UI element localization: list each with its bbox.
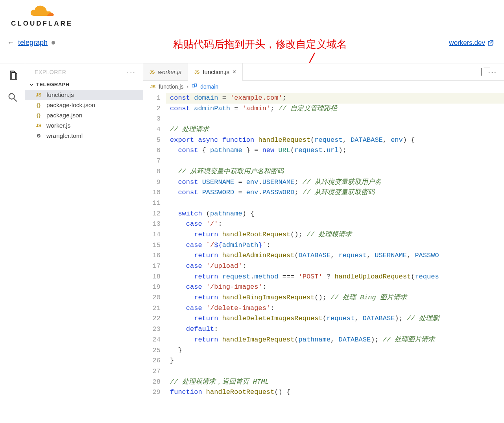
file-type-badge: JS (150, 70, 155, 74)
file-icon: ⚙ (35, 133, 42, 139)
code-line-9[interactable]: const USERNAME = env.USERNAME; // 从环境变量获… (166, 177, 504, 188)
code-line-8[interactable]: // 从环境变量中获取用户名和密码 (166, 167, 504, 177)
chevron-down-icon (29, 82, 34, 87)
code-content[interactable]: const domain = 'example.com';const admin… (166, 92, 504, 423)
split-editor-icon[interactable] (481, 69, 482, 76)
code-line-14[interactable]: return handleRootRequest(); // 处理根请求 (166, 230, 504, 240)
file-name: worker.js (46, 122, 70, 129)
code-line-13[interactable]: case '/': (166, 219, 504, 230)
file-item-function-js[interactable]: JSfunction.js (25, 90, 143, 100)
code-line-21[interactable]: case '/delete-images': (166, 303, 504, 314)
code-line-4[interactable]: // 处理请求 (166, 124, 504, 135)
breadcrumb-symbol[interactable]: domain (200, 83, 218, 90)
code-line-24[interactable]: return handleImageRequest(pathname, DATA… (166, 335, 504, 345)
file-icon: JS (35, 123, 42, 128)
activity-bar (0, 63, 25, 423)
breadcrumb-left: ← telegraph (7, 39, 55, 47)
code-line-20[interactable]: return handleBingImagesRequest(); // 处理 … (166, 293, 504, 303)
file-type-badge: JS (150, 84, 155, 89)
code-line-29[interactable]: function handleRootRequest() { (166, 387, 504, 398)
tab-label: function.js (203, 69, 229, 75)
unsaved-dot-icon (52, 41, 55, 45)
code-line-18[interactable]: return request.method === 'POST' ? handl… (166, 272, 504, 282)
sidebar: EXPLORER ··· TELEGRAPH JSfunction.js{}pa… (25, 63, 143, 423)
tab-label: worker.js (158, 69, 181, 75)
code-line-16[interactable]: return handleAdminRequest(DATABASE, requ… (166, 250, 504, 261)
code-line-2[interactable]: const adminPath = 'admin'; // 自定义管理路径 (166, 104, 504, 114)
code-line-5[interactable]: export async function handleRequest(requ… (166, 135, 504, 146)
editor-tabs: JSworker.jsJSfunction.js× ··· (143, 63, 504, 81)
editor-main: JSworker.jsJSfunction.js× ··· JS functio… (143, 63, 504, 423)
code-line-3[interactable] (166, 114, 504, 124)
file-name: wrangler.toml (46, 132, 83, 139)
cloudflare-wordmark: CLOUDFLARE (11, 20, 73, 28)
sidebar-section-header[interactable]: TELEGRAPH (25, 79, 143, 90)
code-line-6[interactable]: const { pathname } = new URL(request.url… (166, 145, 504, 156)
tab-function-js[interactable]: JSfunction.js× (188, 63, 243, 80)
project-link[interactable]: telegraph (18, 39, 48, 47)
cloudflare-header: CLOUDFLARE (0, 0, 504, 35)
tab-worker-js[interactable]: JSworker.js (143, 63, 188, 80)
file-name: function.js (46, 91, 74, 98)
editor-shell: EXPLORER ··· TELEGRAPH JSfunction.js{}pa… (0, 63, 504, 423)
line-gutter: 1234567891011121314151617181920212223242… (143, 92, 166, 423)
external-link-icon[interactable] (487, 40, 494, 46)
file-item-package-lock-json[interactable]: {}package-lock.json (25, 100, 143, 110)
symbol-icon (192, 83, 197, 90)
code-line-17[interactable]: case '/upload': (166, 261, 504, 272)
code-line-10[interactable]: const PASSWORD = env.PASSWORD; // 从环境变量获… (166, 187, 504, 198)
code-line-12[interactable]: switch (pathname) { (166, 209, 504, 219)
code-line-25[interactable]: } (166, 345, 504, 356)
file-name: package.json (46, 112, 82, 119)
code-line-11[interactable] (166, 198, 504, 209)
workers-dev-link[interactable]: workers.dev (449, 39, 485, 47)
search-icon[interactable] (7, 92, 18, 103)
file-item-package-json[interactable]: {}package.json (25, 110, 143, 121)
chevron-right-icon: › (187, 83, 189, 90)
svg-line-5 (14, 99, 17, 102)
code-line-15[interactable]: case `/${adminPath}`: (166, 240, 504, 251)
code-line-19[interactable]: case '/bing-images': (166, 282, 504, 293)
back-arrow-icon[interactable]: ← (7, 39, 14, 47)
explorer-icon[interactable] (7, 70, 18, 81)
code-line-22[interactable]: return handleDeleteImagesRequest(request… (166, 314, 504, 324)
cloudflare-cloud-icon (29, 4, 57, 19)
code-line-1[interactable]: const domain = 'example.com'; (166, 93, 504, 104)
close-icon[interactable]: × (233, 69, 236, 76)
breadcrumb-right: workers.dev (449, 39, 494, 47)
file-icon: JS (35, 92, 42, 98)
file-list: JSfunction.js{}package-lock.json{}packag… (25, 90, 143, 141)
breadcrumb-file[interactable]: function.js (159, 83, 183, 90)
sidebar-title: EXPLORER (35, 69, 66, 75)
code-line-28[interactable]: // 处理根请求，返回首页 HTML (166, 377, 504, 388)
page-root: CLOUDFLARE ← telegraph workers.dev 粘贴代码后… (0, 0, 504, 423)
file-icon: {} (35, 113, 42, 118)
sidebar-more-icon[interactable]: ··· (127, 68, 136, 77)
editor-breadcrumb: JS function.js › domain (143, 81, 504, 92)
file-icon: {} (35, 102, 42, 108)
code-line-7[interactable] (166, 156, 504, 167)
sidebar-section-label: TELEGRAPH (36, 82, 70, 87)
tabs-actions: ··· (481, 63, 504, 80)
code-area[interactable]: 1234567891011121314151617181920212223242… (143, 92, 504, 423)
project-breadcrumb-row: ← telegraph workers.dev (0, 35, 504, 52)
file-item-worker-js[interactable]: JSworker.js (25, 121, 143, 131)
code-line-23[interactable]: default: (166, 324, 504, 335)
code-line-26[interactable]: } (166, 356, 504, 366)
file-item-wrangler-toml[interactable]: ⚙wrangler.toml (25, 131, 143, 141)
sidebar-header: EXPLORER ··· (25, 63, 143, 79)
code-line-27[interactable] (166, 366, 504, 377)
file-type-badge: JS (194, 70, 199, 74)
cloudflare-logo: CLOUDFLARE (11, 4, 74, 28)
svg-point-4 (9, 94, 14, 99)
file-name: package-lock.json (46, 102, 95, 109)
